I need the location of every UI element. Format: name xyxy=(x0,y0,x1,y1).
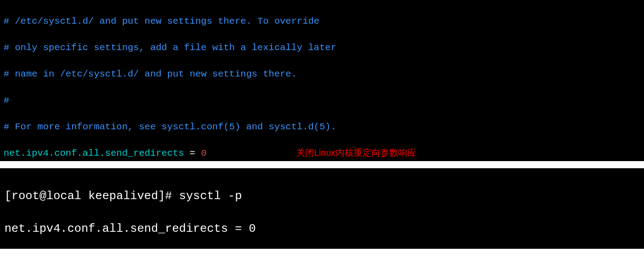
comment-line: # xyxy=(4,95,9,106)
annotation-label: 关闭Linux内核重定向参数响应 xyxy=(296,148,416,158)
equals-sign: = xyxy=(184,148,201,158)
sysctl-key: net.ipv4.conf.all.send_redirects xyxy=(4,148,184,158)
editor-terminal[interactable]: # /etc/sysctl.d/ and put new settings th… xyxy=(0,0,644,161)
shell-terminal[interactable]: [root@local keepalived]# sysctl -p net.i… xyxy=(0,168,644,249)
comment-line: # name in /etc/sysctl.d/ and put new set… xyxy=(4,69,297,79)
shell-command: sysctl -p xyxy=(179,189,242,203)
comment-line: # /etc/sysctl.d/ and put new settings th… xyxy=(4,16,320,26)
comment-line: # For more information, see sysctl.conf(… xyxy=(4,122,337,132)
shell-prompt: [root@local keepalived]# xyxy=(4,189,179,203)
shell-output-line: net.ipv4.conf.all.send_redirects = 0 xyxy=(4,222,256,235)
sysctl-value: 0 xyxy=(201,148,207,158)
comment-line: # only specific settings, add a file wit… xyxy=(4,43,337,53)
